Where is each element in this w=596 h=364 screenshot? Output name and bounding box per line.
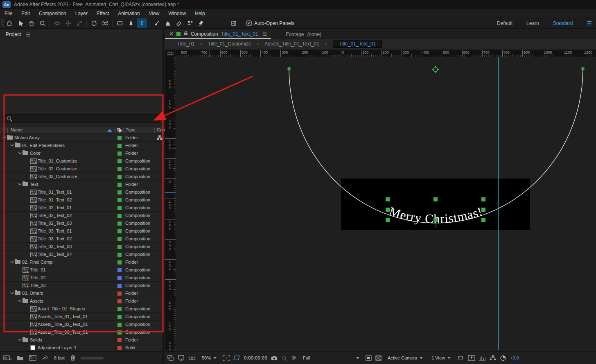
project-tree-row[interactable]: Title_03 Composition (0, 282, 163, 289)
item-name[interactable]: Title_01_Customize (38, 158, 77, 163)
label-color-swatch[interactable] (117, 190, 122, 194)
brush-tool-icon[interactable] (151, 18, 162, 28)
item-name[interactable]: Adjustment Layer 1 (38, 345, 77, 350)
item-name[interactable]: Assets (30, 298, 43, 303)
composition-viewer[interactable]: Merry Christmas! (176, 57, 596, 350)
item-name[interactable]: Title_03_Customize (38, 174, 77, 179)
item-name[interactable]: Title_01_Text_02 (38, 197, 72, 202)
label-color-swatch[interactable] (117, 253, 122, 257)
rotation-tool-icon[interactable] (89, 18, 99, 28)
roto-brush-tool-icon[interactable] (185, 18, 195, 28)
menu-item-edit[interactable]: Edit (17, 9, 34, 18)
menu-item-file[interactable]: File (0, 9, 17, 18)
lock-icon[interactable] (183, 31, 188, 37)
item-name[interactable]: Text (30, 182, 38, 187)
fast-previews-icon[interactable] (468, 355, 475, 361)
project-tree-row[interactable]: Title_01 Composition (0, 266, 163, 274)
magnification-dropdown[interactable]: 50% (199, 355, 219, 361)
menu-item-animation[interactable]: Animation (113, 9, 144, 18)
item-name[interactable]: Title_03 (30, 283, 46, 288)
show-channel-icon[interactable] (291, 355, 297, 361)
breadcrumb-item[interactable]: Title_01 (177, 41, 194, 47)
label-color-swatch[interactable] (117, 206, 122, 210)
project-tree-row[interactable]: Assets_Title_02_Text_01 Composition (0, 321, 163, 328)
chevron-down-icon[interactable] (17, 298, 23, 304)
item-name[interactable]: Title_02_Text_01 (38, 205, 72, 210)
menu-item-help[interactable]: Help (190, 9, 210, 18)
pan-camera-tool-icon[interactable] (63, 18, 73, 28)
project-tree-row[interactable]: Asset_Title_01_Shapes Composition (0, 305, 163, 313)
project-tree-row[interactable]: Color Folder (0, 149, 163, 157)
label-color-swatch[interactable] (117, 214, 122, 218)
label-color-swatch[interactable] (117, 292, 122, 296)
breadcrumb-item[interactable]: Title_01_Customize (208, 41, 251, 47)
reset-exposure-icon[interactable] (500, 355, 506, 361)
item-name[interactable]: Title_03_Text_02 (38, 236, 72, 241)
camera-tool-icon[interactable] (100, 18, 110, 28)
label-color-swatch[interactable] (117, 268, 122, 272)
workspace-item[interactable]: Learn (526, 20, 539, 26)
project-tree-row[interactable]: Assets Folder (0, 297, 163, 305)
horizontal-ruler[interactable]: 8007006005004003002001000100200300400500… (176, 50, 596, 57)
pen-tool-icon[interactable] (126, 18, 136, 28)
project-tree-row[interactable]: Title_01_Text_02 Composition (0, 196, 163, 204)
label-color-swatch[interactable] (117, 159, 122, 163)
new-folder-icon[interactable] (16, 355, 24, 361)
project-search-input[interactable] (3, 114, 160, 123)
checkbox-checked-icon[interactable]: ✓ (246, 20, 252, 26)
new-composition-icon[interactable] (29, 355, 37, 361)
chevron-down-icon[interactable] (9, 259, 15, 265)
puppet-pin-tool-icon[interactable] (196, 18, 206, 28)
panel-menu-icon[interactable]: ☰ (26, 32, 31, 38)
color-depth-label[interactable]: 8 bpc (54, 355, 65, 360)
snapshot-camera-icon[interactable] (271, 355, 278, 361)
timeline-graph-icon[interactable] (479, 355, 486, 361)
project-columns-header[interactable]: Name Type Con (0, 126, 163, 133)
menu-item-view[interactable]: View (144, 9, 164, 18)
type-tool-icon[interactable]: T (137, 18, 147, 28)
show-snapshot-icon[interactable] (281, 355, 287, 361)
project-horizontal-scrollbar[interactable] (81, 357, 104, 359)
menu-item-composition[interactable]: Composition (34, 9, 71, 18)
label-color-swatch[interactable] (117, 183, 122, 187)
hand-tool-icon[interactable] (26, 18, 36, 28)
menu-item-layer[interactable]: Layer (71, 9, 92, 18)
item-name[interactable]: Color (30, 151, 41, 156)
project-tree-row[interactable]: Title_02_Text_01 Composition (0, 204, 163, 212)
column-comment[interactable]: Con (157, 127, 165, 132)
close-tab-icon[interactable]: ✕ (169, 31, 174, 37)
camera-view-dropdown[interactable]: Active Camera (385, 355, 425, 361)
workspace-item[interactable]: Default (497, 20, 512, 26)
project-panel-header[interactable]: Project ☰ (0, 29, 163, 39)
label-color-swatch[interactable] (117, 276, 122, 280)
label-color-swatch[interactable] (117, 151, 122, 156)
interpret-footage-icon[interactable] (3, 355, 11, 361)
item-name[interactable]: Title_02_Customize (38, 166, 77, 171)
item-name[interactable]: Solids (30, 337, 42, 342)
item-name[interactable]: Assets_Title_03_Text_01 (38, 330, 88, 335)
project-tree-row[interactable]: 02. Final Comp Folder (0, 258, 163, 266)
label-color-swatch[interactable] (117, 315, 122, 319)
column-name[interactable]: Name (11, 127, 23, 132)
primary-viewer-icon[interactable] (178, 355, 185, 361)
used-in-flowchart-icon[interactable] (157, 135, 163, 141)
chevron-down-icon[interactable] (17, 181, 23, 187)
transparency-grid-icon[interactable] (375, 355, 382, 361)
project-tree-row[interactable]: Solids Folder (0, 336, 163, 344)
label-color-swatch[interactable] (117, 346, 122, 350)
project-tree-row[interactable]: Adjustment Layer 1 Solid (0, 344, 163, 352)
color-depth-icon[interactable] (42, 355, 49, 361)
region-of-interest-toggle-icon[interactable] (366, 355, 372, 361)
dolly-camera-tool-icon[interactable] (74, 18, 84, 28)
chevron-down-icon[interactable] (1, 135, 7, 140)
view-layout-dropdown[interactable]: 1 View (429, 355, 453, 361)
home-tool-icon[interactable] (4, 18, 14, 28)
workspace-item[interactable]: Standard (553, 20, 573, 26)
item-name[interactable]: Assets_Title_02_Text_01 (38, 322, 88, 327)
label-color-swatch[interactable] (117, 307, 122, 311)
comp-flowchart-icon[interactable] (490, 355, 496, 361)
project-tree-row[interactable]: Title_03_Text_03 Composition (0, 243, 163, 251)
footage-tab[interactable]: Footage (none) (286, 32, 321, 37)
project-tree-row[interactable]: Title_01_Customize Composition (0, 157, 163, 165)
item-name[interactable]: Title_01 (30, 267, 46, 272)
